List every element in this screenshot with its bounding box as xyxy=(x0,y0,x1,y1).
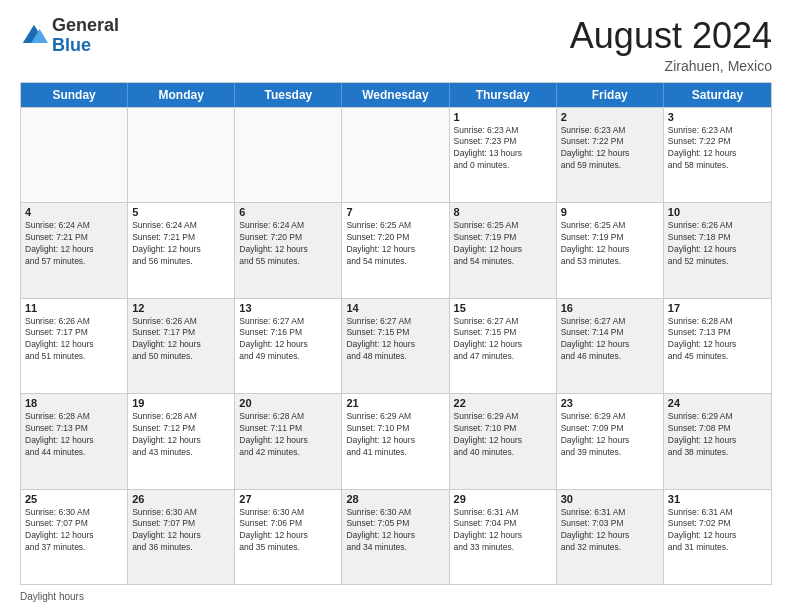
day-info: Sunrise: 6:29 AM Sunset: 7:08 PM Dayligh… xyxy=(668,411,767,459)
calendar-cell: 26Sunrise: 6:30 AM Sunset: 7:07 PM Dayli… xyxy=(128,490,235,584)
calendar-cell: 25Sunrise: 6:30 AM Sunset: 7:07 PM Dayli… xyxy=(21,490,128,584)
calendar-cell: 31Sunrise: 6:31 AM Sunset: 7:02 PM Dayli… xyxy=(664,490,771,584)
logo-blue: Blue xyxy=(52,36,119,56)
calendar-cell: 19Sunrise: 6:28 AM Sunset: 7:12 PM Dayli… xyxy=(128,394,235,488)
calendar-cell: 2Sunrise: 6:23 AM Sunset: 7:22 PM Daylig… xyxy=(557,108,664,202)
calendar: SundayMondayTuesdayWednesdayThursdayFrid… xyxy=(20,82,772,585)
day-number: 1 xyxy=(454,111,552,123)
calendar-cell: 30Sunrise: 6:31 AM Sunset: 7:03 PM Dayli… xyxy=(557,490,664,584)
calendar-cell: 28Sunrise: 6:30 AM Sunset: 7:05 PM Dayli… xyxy=(342,490,449,584)
calendar-row: 4Sunrise: 6:24 AM Sunset: 7:21 PM Daylig… xyxy=(21,202,771,297)
day-info: Sunrise: 6:25 AM Sunset: 7:19 PM Dayligh… xyxy=(454,220,552,268)
calendar-cell xyxy=(21,108,128,202)
day-number: 29 xyxy=(454,493,552,505)
day-info: Sunrise: 6:29 AM Sunset: 7:10 PM Dayligh… xyxy=(454,411,552,459)
day-number: 30 xyxy=(561,493,659,505)
logo-general: General xyxy=(52,16,119,36)
calendar-cell: 20Sunrise: 6:28 AM Sunset: 7:11 PM Dayli… xyxy=(235,394,342,488)
calendar-cell: 5Sunrise: 6:24 AM Sunset: 7:21 PM Daylig… xyxy=(128,203,235,297)
day-number: 12 xyxy=(132,302,230,314)
calendar-cell: 16Sunrise: 6:27 AM Sunset: 7:14 PM Dayli… xyxy=(557,299,664,393)
day-number: 20 xyxy=(239,397,337,409)
day-number: 4 xyxy=(25,206,123,218)
calendar-cell: 12Sunrise: 6:26 AM Sunset: 7:17 PM Dayli… xyxy=(128,299,235,393)
day-number: 19 xyxy=(132,397,230,409)
calendar-cell: 21Sunrise: 6:29 AM Sunset: 7:10 PM Dayli… xyxy=(342,394,449,488)
day-info: Sunrise: 6:26 AM Sunset: 7:18 PM Dayligh… xyxy=(668,220,767,268)
calendar-cell: 13Sunrise: 6:27 AM Sunset: 7:16 PM Dayli… xyxy=(235,299,342,393)
logo-text: General Blue xyxy=(52,16,119,56)
day-info: Sunrise: 6:25 AM Sunset: 7:19 PM Dayligh… xyxy=(561,220,659,268)
day-number: 6 xyxy=(239,206,337,218)
calendar-header-cell: Tuesday xyxy=(235,83,342,107)
calendar-cell: 27Sunrise: 6:30 AM Sunset: 7:06 PM Dayli… xyxy=(235,490,342,584)
page: General Blue August 2024 Zirahuen, Mexic… xyxy=(0,0,792,612)
day-info: Sunrise: 6:24 AM Sunset: 7:20 PM Dayligh… xyxy=(239,220,337,268)
calendar-cell: 29Sunrise: 6:31 AM Sunset: 7:04 PM Dayli… xyxy=(450,490,557,584)
calendar-cell: 9Sunrise: 6:25 AM Sunset: 7:19 PM Daylig… xyxy=(557,203,664,297)
calendar-cell xyxy=(342,108,449,202)
calendar-row: 11Sunrise: 6:26 AM Sunset: 7:17 PM Dayli… xyxy=(21,298,771,393)
day-info: Sunrise: 6:28 AM Sunset: 7:13 PM Dayligh… xyxy=(25,411,123,459)
day-number: 28 xyxy=(346,493,444,505)
calendar-header-cell: Saturday xyxy=(664,83,771,107)
calendar-cell: 23Sunrise: 6:29 AM Sunset: 7:09 PM Dayli… xyxy=(557,394,664,488)
calendar-row: 18Sunrise: 6:28 AM Sunset: 7:13 PM Dayli… xyxy=(21,393,771,488)
calendar-cell: 22Sunrise: 6:29 AM Sunset: 7:10 PM Dayli… xyxy=(450,394,557,488)
calendar-header: SundayMondayTuesdayWednesdayThursdayFrid… xyxy=(21,83,771,107)
day-number: 21 xyxy=(346,397,444,409)
day-number: 16 xyxy=(561,302,659,314)
day-info: Sunrise: 6:28 AM Sunset: 7:13 PM Dayligh… xyxy=(668,316,767,364)
day-number: 10 xyxy=(668,206,767,218)
day-info: Sunrise: 6:24 AM Sunset: 7:21 PM Dayligh… xyxy=(25,220,123,268)
day-number: 27 xyxy=(239,493,337,505)
header: General Blue August 2024 Zirahuen, Mexic… xyxy=(20,16,772,74)
day-info: Sunrise: 6:27 AM Sunset: 7:15 PM Dayligh… xyxy=(454,316,552,364)
month-year: August 2024 xyxy=(570,16,772,56)
calendar-cell: 3Sunrise: 6:23 AM Sunset: 7:22 PM Daylig… xyxy=(664,108,771,202)
calendar-cell: 14Sunrise: 6:27 AM Sunset: 7:15 PM Dayli… xyxy=(342,299,449,393)
day-number: 9 xyxy=(561,206,659,218)
calendar-cell: 18Sunrise: 6:28 AM Sunset: 7:13 PM Dayli… xyxy=(21,394,128,488)
calendar-row: 25Sunrise: 6:30 AM Sunset: 7:07 PM Dayli… xyxy=(21,489,771,584)
day-number: 14 xyxy=(346,302,444,314)
calendar-cell: 8Sunrise: 6:25 AM Sunset: 7:19 PM Daylig… xyxy=(450,203,557,297)
calendar-cell: 10Sunrise: 6:26 AM Sunset: 7:18 PM Dayli… xyxy=(664,203,771,297)
day-info: Sunrise: 6:31 AM Sunset: 7:04 PM Dayligh… xyxy=(454,507,552,555)
day-info: Sunrise: 6:26 AM Sunset: 7:17 PM Dayligh… xyxy=(25,316,123,364)
calendar-header-cell: Friday xyxy=(557,83,664,107)
calendar-cell: 6Sunrise: 6:24 AM Sunset: 7:20 PM Daylig… xyxy=(235,203,342,297)
day-info: Sunrise: 6:23 AM Sunset: 7:22 PM Dayligh… xyxy=(668,125,767,173)
day-number: 2 xyxy=(561,111,659,123)
calendar-cell: 4Sunrise: 6:24 AM Sunset: 7:21 PM Daylig… xyxy=(21,203,128,297)
calendar-header-cell: Sunday xyxy=(21,83,128,107)
calendar-cell xyxy=(128,108,235,202)
calendar-header-cell: Thursday xyxy=(450,83,557,107)
calendar-header-cell: Wednesday xyxy=(342,83,449,107)
day-number: 26 xyxy=(132,493,230,505)
day-info: Sunrise: 6:31 AM Sunset: 7:02 PM Dayligh… xyxy=(668,507,767,555)
day-info: Sunrise: 6:28 AM Sunset: 7:11 PM Dayligh… xyxy=(239,411,337,459)
calendar-body: 1Sunrise: 6:23 AM Sunset: 7:23 PM Daylig… xyxy=(21,107,771,584)
day-info: Sunrise: 6:30 AM Sunset: 7:05 PM Dayligh… xyxy=(346,507,444,555)
calendar-cell: 7Sunrise: 6:25 AM Sunset: 7:20 PM Daylig… xyxy=(342,203,449,297)
day-number: 11 xyxy=(25,302,123,314)
footer: Daylight hours xyxy=(20,591,772,602)
day-info: Sunrise: 6:29 AM Sunset: 7:10 PM Dayligh… xyxy=(346,411,444,459)
logo-icon xyxy=(20,22,48,50)
day-info: Sunrise: 6:27 AM Sunset: 7:15 PM Dayligh… xyxy=(346,316,444,364)
day-info: Sunrise: 6:27 AM Sunset: 7:14 PM Dayligh… xyxy=(561,316,659,364)
day-number: 18 xyxy=(25,397,123,409)
title-block: August 2024 Zirahuen, Mexico xyxy=(570,16,772,74)
day-info: Sunrise: 6:31 AM Sunset: 7:03 PM Dayligh… xyxy=(561,507,659,555)
day-number: 15 xyxy=(454,302,552,314)
day-info: Sunrise: 6:27 AM Sunset: 7:16 PM Dayligh… xyxy=(239,316,337,364)
day-number: 17 xyxy=(668,302,767,314)
day-info: Sunrise: 6:28 AM Sunset: 7:12 PM Dayligh… xyxy=(132,411,230,459)
calendar-cell: 15Sunrise: 6:27 AM Sunset: 7:15 PM Dayli… xyxy=(450,299,557,393)
day-info: Sunrise: 6:23 AM Sunset: 7:22 PM Dayligh… xyxy=(561,125,659,173)
day-info: Sunrise: 6:29 AM Sunset: 7:09 PM Dayligh… xyxy=(561,411,659,459)
day-number: 24 xyxy=(668,397,767,409)
day-number: 25 xyxy=(25,493,123,505)
calendar-cell: 24Sunrise: 6:29 AM Sunset: 7:08 PM Dayli… xyxy=(664,394,771,488)
